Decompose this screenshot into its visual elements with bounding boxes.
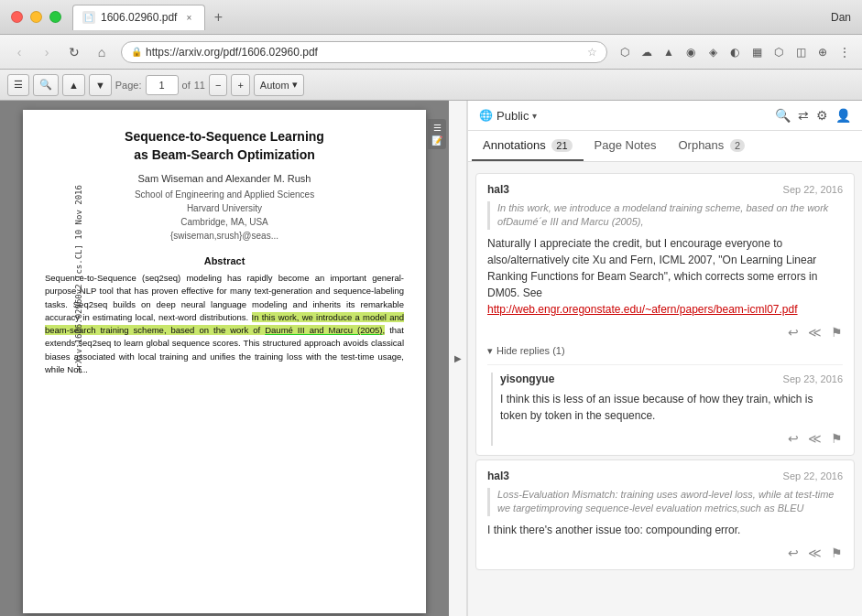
public-icon: 🌐 [479, 109, 493, 122]
abstract-highlight: In this work, we introduce a model and b… [45, 312, 404, 335]
zoom-in-button[interactable]: + [231, 74, 249, 96]
pdf-authors: Sam Wiseman and Alexander M. Rush [45, 173, 404, 184]
annotation-2-body: I think there's another issue too: compo… [487, 522, 843, 538]
abstract-title: Abstract [45, 255, 404, 266]
pdf-page: arXiv:1606.02960v2 [cs.CL] 10 Nov 2016 ☰… [23, 110, 426, 613]
annotations-list: hal3 Sep 22, 2016 In this work, we intro… [468, 162, 862, 616]
bookmark-icon[interactable]: ☆ [587, 46, 597, 59]
navbar: ‹ › ↻ ⌂ 🔒 https://arxiv.org/pdf/1606.029… [0, 35, 862, 70]
page-down-button[interactable]: ▼ [89, 74, 112, 96]
browser-tab[interactable]: 📄 1606.02960.pdf × [72, 5, 205, 30]
public-label: Public [496, 109, 529, 123]
annotation-1-meta: hal3 Sep 22, 2016 [487, 183, 843, 196]
reply-1-user: yisongyue [500, 373, 554, 385]
pdf-title: Sequence-to-Sequence Learning as Beam-Se… [45, 128, 404, 164]
float-icon-2[interactable]: 📝 [431, 135, 442, 146]
extension-icon-6[interactable]: ◐ [725, 42, 745, 62]
extension-icon-1[interactable]: ⬡ [615, 42, 635, 62]
annotation-1-date: Sep 22, 2016 [783, 184, 843, 195]
annotation-1-quote: In this work, we introduce a modeland tr… [487, 201, 843, 230]
ssl-lock-icon: 🔒 [131, 47, 142, 57]
page-of: of [182, 80, 191, 91]
extension-icon-10[interactable]: ⊕ [813, 42, 833, 62]
user-icon[interactable]: 👤 [835, 108, 851, 123]
reply-flag-icon[interactable]: ⚑ [831, 431, 843, 446]
reply-1-actions: ↩ ≪ ⚑ [500, 431, 843, 446]
pdf-panel: arXiv:1606.02960v2 [cs.CL] 10 Nov 2016 ☰… [0, 101, 449, 616]
close-button[interactable] [11, 11, 23, 23]
extension-icon-9[interactable]: ◫ [791, 42, 811, 62]
extension-icon-3[interactable]: ▲ [659, 42, 679, 62]
flag-icon-1[interactable]: ⚑ [831, 325, 843, 340]
extension-icon-7[interactable]: ▦ [747, 42, 767, 62]
pdf-float-toolbar: ☰ 📝 [428, 119, 446, 149]
hide-replies-toggle[interactable]: ▾ Hide replies (1) [487, 345, 843, 357]
url-bar[interactable]: 🔒 https://arxiv.org/pdf/1606.02960.pdf ☆ [121, 41, 607, 63]
reply-1-body: I think this is less of an issue because… [500, 391, 843, 424]
sidebar-toggle-button[interactable]: ☰ [7, 74, 29, 96]
hide-replies-label: ▾ [487, 345, 493, 357]
tab-orphans[interactable]: Orphans 2 [667, 131, 756, 161]
reply-icon-1[interactable]: ↩ [788, 325, 799, 340]
hide-replies-text: Hide replies (1) [496, 345, 565, 356]
zoom-out-button[interactable]: − [209, 74, 227, 96]
flag-icon-2[interactable]: ⚑ [831, 546, 843, 560]
annotation-header: 🌐 Public ▾ 🔍 ⇄ ⚙ 👤 [468, 101, 862, 131]
header-icons: 🔍 ⇄ ⚙ 👤 [775, 108, 851, 123]
panel-collapse-button[interactable]: ▶ [449, 101, 467, 616]
extension-icon-5[interactable]: ◈ [703, 42, 723, 62]
reload-button[interactable]: ↻ [62, 40, 86, 64]
annotation-1-user: hal3 [487, 183, 509, 196]
extension-icon-8[interactable]: ⬡ [769, 42, 789, 62]
annotation-card-2: hal3 Sep 22, 2016 Loss-Evaluation Mismat… [475, 459, 855, 570]
url-text: https://arxiv.org/pdf/1606.02960.pdf [146, 46, 587, 59]
minimize-button[interactable] [30, 11, 42, 23]
share-icon-2[interactable]: ≪ [808, 546, 822, 560]
extension-icon-4[interactable]: ◉ [681, 42, 701, 62]
tab-title: 1606.02960.pdf [101, 11, 177, 24]
reply-icon-2[interactable]: ↩ [788, 546, 799, 560]
home-button[interactable]: ⌂ [90, 40, 114, 64]
new-tab-button[interactable]: + [205, 5, 231, 30]
annotations-badge: 21 [551, 139, 572, 152]
annotation-2-meta: hal3 Sep 22, 2016 [487, 470, 843, 482]
reply-reply-icon[interactable]: ↩ [788, 431, 799, 446]
float-icon-1[interactable]: ☰ [433, 123, 442, 133]
extension-icons: ⬡ ☁ ▲ ◉ ◈ ◐ ▦ ⬡ ◫ ⊕ ⋮ [615, 42, 855, 62]
menu-icon[interactable]: ⋮ [835, 42, 855, 62]
public-badge[interactable]: 🌐 Public ▾ [479, 109, 537, 123]
annotation-panel: 🌐 Public ▾ 🔍 ⇄ ⚙ 👤 Annotations 21 Page N… [467, 101, 862, 616]
settings-icon[interactable]: ⚙ [816, 108, 828, 123]
annotation-2-date: Sep 22, 2016 [783, 470, 843, 481]
main-layout: arXiv:1606.02960v2 [cs.CL] 10 Nov 2016 ☰… [0, 101, 862, 616]
share-icon-1[interactable]: ≪ [808, 325, 822, 340]
back-button[interactable]: ‹ [7, 40, 31, 64]
annotation-1-reply: yisongyue Sep 23, 2016 I think this is l… [487, 364, 843, 446]
page-up-button[interactable]: ▲ [62, 74, 85, 96]
orphans-badge: 2 [730, 139, 745, 152]
share-icon[interactable]: ⇄ [798, 108, 809, 123]
maximize-button[interactable] [49, 11, 61, 23]
reply-1-date: Sep 23, 2016 [783, 373, 843, 384]
page-total: 11 [194, 80, 205, 91]
search-button[interactable]: 🔍 [33, 74, 59, 96]
search-icon[interactable]: 🔍 [775, 108, 791, 123]
page-label: Page: [115, 80, 142, 91]
titlebar: 📄 1606.02960.pdf × + Dan [0, 0, 862, 35]
page-input[interactable] [146, 75, 179, 95]
tab-annotations[interactable]: Annotations 21 [472, 131, 584, 161]
tab-page-notes[interactable]: Page Notes [584, 131, 668, 161]
reply-share-icon[interactable]: ≪ [808, 431, 822, 446]
annotation-2-user: hal3 [487, 470, 509, 482]
tab-favicon: 📄 [82, 11, 95, 24]
annotation-1-link[interactable]: http://web.engr.oregonstate.edu/~afern/p… [487, 303, 798, 316]
forward-button[interactable]: › [35, 40, 59, 64]
zoom-dropdown[interactable]: Autom ▾ [254, 74, 304, 96]
annotation-2-actions: ↩ ≪ ⚑ [487, 546, 843, 560]
user-name: Dan [831, 11, 851, 24]
extension-icon-2[interactable]: ☁ [637, 42, 657, 62]
abstract-link-highlight: Daumé III and Marcu (2005) [265, 325, 382, 335]
traffic-lights [11, 11, 61, 23]
tab-close-button[interactable]: × [182, 11, 195, 24]
chevron-down-icon: ▾ [532, 111, 537, 121]
